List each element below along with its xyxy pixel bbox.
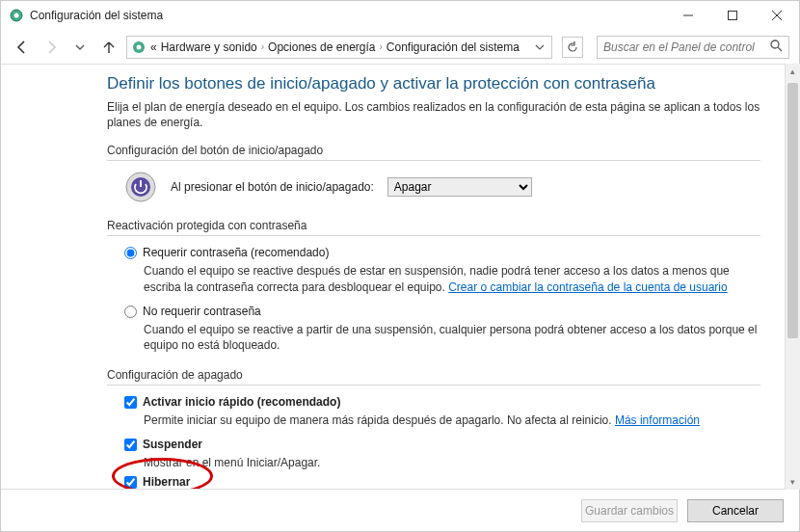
hibernate-label: Hibernar bbox=[143, 475, 190, 489]
cancel-button[interactable]: Cancelar bbox=[687, 499, 784, 522]
group-title: Configuración de apagado bbox=[107, 368, 760, 386]
maximize-button[interactable] bbox=[710, 1, 755, 30]
content-area: Definir los botones de inicio/apagado y … bbox=[1, 65, 799, 489]
group-title: Configuración del botón de inicio/apagad… bbox=[107, 144, 760, 161]
search-icon[interactable] bbox=[770, 40, 783, 55]
close-button[interactable] bbox=[755, 1, 799, 30]
breadcrumb-segment[interactable]: Hardware y sonido bbox=[161, 40, 257, 54]
suspend-desc: Mostrar en el menú Iniciar/Apagar. bbox=[107, 455, 760, 470]
navbar: « Hardware y sonido › Opciones de energí… bbox=[1, 30, 799, 65]
group-title: Reactivación protegida con contraseña bbox=[107, 219, 760, 236]
up-button[interactable] bbox=[97, 36, 120, 59]
scroll-thumb[interactable] bbox=[787, 83, 798, 338]
hibernate-checkbox[interactable] bbox=[124, 476, 137, 489]
recent-dropdown[interactable] bbox=[68, 36, 92, 59]
no-password-label: No requerir contraseña bbox=[143, 305, 261, 318]
more-info-link[interactable]: Más información bbox=[615, 413, 700, 427]
group-shutdown-settings: Configuración de apagado Activar inicio … bbox=[107, 368, 760, 488]
titlebar: Configuración del sistema bbox=[1, 1, 799, 30]
suspend-label: Suspender bbox=[143, 438, 202, 451]
power-button-label: Al presionar el botón de inicio/apagado: bbox=[171, 180, 374, 194]
save-button[interactable]: Guardar cambios bbox=[581, 499, 678, 522]
fast-startup-label: Activar inicio rápido (recomendado) bbox=[143, 395, 340, 409]
breadcrumb-segment[interactable]: Opciones de energía bbox=[268, 40, 375, 54]
scroll-down-icon[interactable]: ▾ bbox=[786, 474, 800, 490]
require-password-label: Requerir contraseña (recomendado) bbox=[143, 246, 329, 259]
back-button[interactable] bbox=[11, 36, 34, 59]
no-password-desc: Cuando el equipo se reactive a partir de… bbox=[107, 322, 760, 353]
group-wake-protection: Reactivación protegida con contraseña Re… bbox=[107, 219, 760, 353]
forward-button[interactable] bbox=[40, 36, 63, 59]
footer: Guardar cambios Cancelar bbox=[1, 489, 799, 531]
require-password-desc: Cuando el equipo se reactive después de … bbox=[107, 263, 760, 294]
suspend-checkbox[interactable] bbox=[124, 439, 137, 451]
svg-line-9 bbox=[778, 47, 782, 51]
require-password-radio[interactable] bbox=[124, 247, 137, 259]
search-box[interactable] bbox=[597, 36, 789, 59]
window-title: Configuración del sistema bbox=[30, 9, 666, 22]
scroll-up-icon[interactable]: ▴ bbox=[786, 64, 800, 79]
svg-rect-3 bbox=[729, 12, 737, 20]
chevron-right-icon: › bbox=[261, 41, 264, 52]
breadcrumb[interactable]: « Hardware y sonido › Opciones de energí… bbox=[126, 36, 552, 59]
control-panel-icon bbox=[131, 40, 147, 55]
svg-point-1 bbox=[14, 13, 19, 18]
no-password-radio[interactable] bbox=[124, 306, 137, 318]
group-power-button: Configuración del botón de inicio/apagad… bbox=[107, 144, 760, 203]
power-icon bbox=[124, 171, 157, 203]
refresh-button[interactable] bbox=[562, 37, 583, 58]
breadcrumb-prefix: « bbox=[150, 40, 157, 54]
chevron-down-icon[interactable] bbox=[532, 42, 547, 52]
fast-startup-desc: Permite iniciar su equipo de manera más … bbox=[107, 412, 760, 428]
page-heading: Definir los botones de inicio/apagado y … bbox=[107, 74, 760, 93]
app-icon bbox=[9, 8, 24, 23]
fast-startup-checkbox[interactable] bbox=[124, 396, 137, 409]
svg-point-7 bbox=[137, 44, 142, 49]
vertical-scrollbar[interactable]: ▴ ▾ bbox=[785, 64, 800, 490]
minimize-button[interactable] bbox=[666, 1, 710, 30]
breadcrumb-segment[interactable]: Configuración del sistema bbox=[387, 40, 520, 54]
chevron-right-icon: › bbox=[380, 41, 383, 52]
page-subtext: Elija el plan de energía deseado en el e… bbox=[107, 99, 760, 130]
svg-point-8 bbox=[771, 40, 779, 48]
power-button-action-select[interactable]: Apagar bbox=[387, 177, 532, 197]
search-input[interactable] bbox=[603, 40, 770, 54]
change-password-link[interactable]: Crear o cambiar la contraseña de la cuen… bbox=[448, 280, 728, 294]
